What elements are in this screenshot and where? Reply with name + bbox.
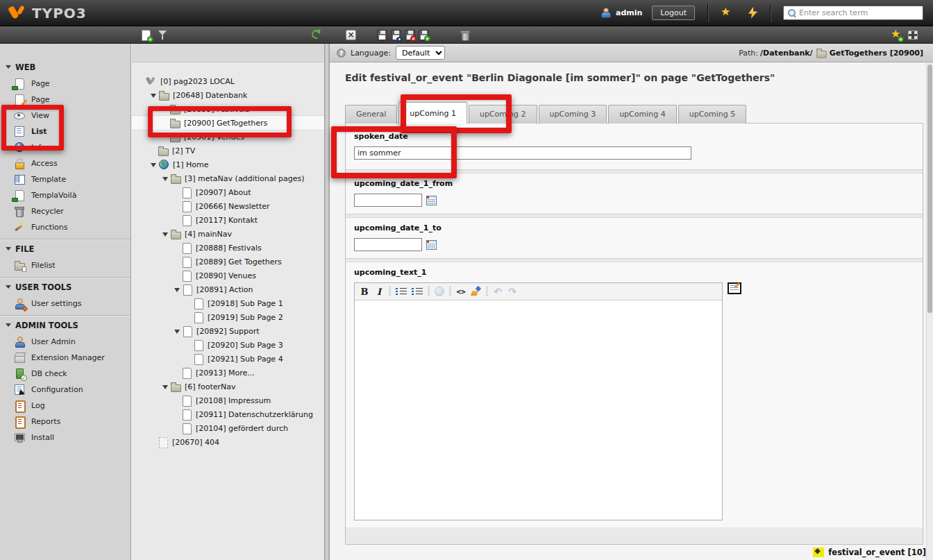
date-picker-icon[interactable] [426, 196, 437, 205]
module-item-access[interactable]: Access [0, 155, 131, 171]
module-item-recycler[interactable]: Recycler [0, 203, 131, 219]
logout-button[interactable]: Logout [652, 6, 695, 20]
rte-undo-button[interactable]: ↶ [493, 287, 503, 296]
tree-item-6-footernav[interactable]: [6] footerNav [132, 380, 324, 393]
tree-item-20666-newsletter[interactable]: [20666] Newsletter [132, 199, 324, 213]
expander-icon[interactable] [174, 288, 180, 295]
module-item-user-admin[interactable]: User Admin [0, 333, 131, 349]
section-header-admin-tools[interactable]: ADMIN TOOLS [0, 318, 131, 333]
close-document-icon[interactable] [346, 30, 356, 40]
module-item-view[interactable]: View [0, 107, 131, 123]
module-item-reports[interactable]: Reports [0, 413, 131, 429]
tree-item-20670-404[interactable]: [20670] 404 [132, 435, 324, 449]
upcoming-date-1-to-input[interactable] [354, 238, 422, 251]
expander-icon[interactable] [162, 232, 168, 239]
date-picker-icon[interactable] [426, 240, 437, 250]
spoken-date-input[interactable] [354, 146, 691, 160]
tree-item-2-tv[interactable]: [2] TV [132, 144, 324, 158]
save-and-view-icon[interactable] [391, 30, 401, 40]
tab-upcoming-5[interactable]: upComing 5 [678, 105, 747, 124]
tab-upcoming-2[interactable]: upComing 2 [469, 105, 537, 124]
tree-item-20913-more[interactable]: [20913] More... [132, 366, 324, 380]
panel-splitter[interactable] [324, 44, 330, 560]
rte-italic-button[interactable]: I [374, 287, 384, 297]
expander-icon[interactable] [162, 177, 168, 184]
tree-item-20901-venues[interactable]: [20901] Venues [132, 130, 324, 144]
module-item-templavoila[interactable]: TemplaVoilà [0, 187, 131, 203]
tree-item-20918-sub-page-1[interactable]: [20918] Sub Page 1 [132, 296, 324, 310]
module-item-page-edit[interactable]: Page [0, 91, 131, 107]
scrollbar-thumb[interactable] [927, 65, 932, 313]
module-item-db-check[interactable]: ✓DB check [0, 365, 131, 381]
folder-icon [816, 47, 826, 58]
tree-item-20919-sub-page-2[interactable]: [20919] Sub Page 2 [132, 310, 324, 324]
tree-item-1-home[interactable]: [1] Home [132, 158, 324, 171]
section-header-web[interactable]: WEB [0, 60, 131, 75]
tree-item-20104-gef-rdert-durch[interactable]: [20104] gefördert durch [132, 421, 324, 435]
module-item-user-settings[interactable]: User settings [0, 295, 131, 311]
docheader-bar: Language: Default Path: /Datenbank/ GetT… [330, 44, 933, 62]
delete-icon[interactable] [460, 29, 471, 40]
save-icon[interactable] [377, 30, 387, 40]
bookmark-star-icon[interactable] [721, 7, 733, 19]
save-and-close-icon[interactable]: × [405, 30, 415, 40]
tree-item-20900-gettogethers[interactable]: [20900] GetTogethers [132, 116, 324, 130]
tree-item-20890-venues[interactable]: [20890] Venues [132, 269, 324, 282]
rte-redo-button[interactable]: ↷ [507, 287, 517, 296]
tree-item-3-metanav-additional-pages[interactable]: [3] metaNav (additional pages) [132, 171, 324, 185]
clear-cache-bolt-icon[interactable] [748, 7, 757, 19]
tree-item-20891-action[interactable]: [20891] Action [132, 282, 324, 296]
module-item-info[interactable]: Info [0, 139, 131, 155]
module-item-install[interactable]: Install [0, 429, 131, 445]
module-item-extension-manager[interactable]: Extension Manager [0, 349, 131, 365]
tree-item-20648-datenbank[interactable]: [20648] Datenbank [132, 88, 324, 102]
filter-icon[interactable] [158, 29, 169, 40]
help-icon[interactable] [337, 49, 346, 58]
tree-item-20117-kontakt[interactable]: [20117] Kontakt [132, 213, 324, 227]
module-item-list[interactable]: List [0, 123, 131, 139]
rte-ordered-list-button[interactable] [396, 287, 407, 296]
section-header-file[interactable]: FILE [0, 241, 131, 257]
module-item-functions[interactable]: Functions [0, 219, 131, 235]
expander-icon[interactable] [174, 330, 180, 337]
tab-upcoming-3[interactable]: upComing 3 [539, 105, 607, 124]
tab-upcoming-4[interactable]: upComing 4 [608, 105, 677, 124]
module-item-configuration[interactable]: Configuration [0, 381, 131, 397]
refresh-icon[interactable] [310, 28, 322, 40]
upcoming-date-1-from-input[interactable] [354, 194, 422, 207]
tree-item-20108-impressum[interactable]: [20108] Impressum [132, 393, 324, 407]
tree-item-20899-festivals[interactable]: [20899] Festivals [132, 102, 324, 116]
tree-item-20911-datenschutzerkl-rung[interactable]: [20911] Datenschutzerklärung [132, 407, 324, 421]
rte-bold-button[interactable]: B [360, 287, 369, 297]
expander-icon[interactable] [151, 163, 156, 170]
tab-upcoming-1[interactable]: upComing 1 [398, 102, 467, 124]
save-and-new-icon[interactable]: + [419, 30, 429, 40]
tree-item-4-mainnav[interactable]: [4] mainNav [132, 227, 324, 241]
tree-item-20920-sub-page-3[interactable]: [20920] Sub Page 3 [132, 338, 324, 352]
expander-icon[interactable] [162, 385, 168, 392]
tree-item-20892-support[interactable]: [20892] Support [132, 324, 324, 338]
tree-item-20889-get-togethers[interactable]: [20889] Get Togethers [132, 255, 324, 269]
tree-item-0-pag2023-local[interactable]: [0] pag2023 LOCAL [132, 74, 324, 88]
language-select[interactable]: Default [396, 46, 445, 60]
tree-item-20907-about[interactable]: [20907] About [132, 185, 324, 199]
bookmark-add-icon[interactable]: + [891, 29, 902, 40]
tree-item-20888-festivals[interactable]: [20888] Festivals [132, 241, 324, 255]
tab-general[interactable]: General [345, 105, 397, 124]
rte-fullscreen-icon[interactable] [728, 282, 741, 294]
tree-item-20921-sub-page-4[interactable]: [20921] Sub Page 4 [132, 352, 324, 366]
module-item-filelist[interactable]: Filelist [0, 257, 131, 273]
rte-remove-format-button[interactable] [471, 287, 481, 296]
module-item-page-tv[interactable]: Page [0, 75, 131, 91]
module-item-log[interactable]: Log [0, 397, 131, 413]
module-item-template[interactable]: Template [0, 171, 131, 187]
rte-insert-link-button[interactable] [435, 287, 444, 296]
rte-body[interactable] [355, 300, 722, 520]
new-page-icon[interactable]: + [140, 29, 151, 40]
rte-view-source-button[interactable]: <> [456, 287, 466, 296]
search-input[interactable] [799, 8, 919, 17]
expander-icon[interactable] [151, 94, 156, 101]
fullscreen-icon[interactable] [908, 31, 918, 40]
rte-unordered-list-button[interactable] [412, 287, 423, 296]
section-header-user-tools[interactable]: USER TOOLS [0, 280, 131, 295]
